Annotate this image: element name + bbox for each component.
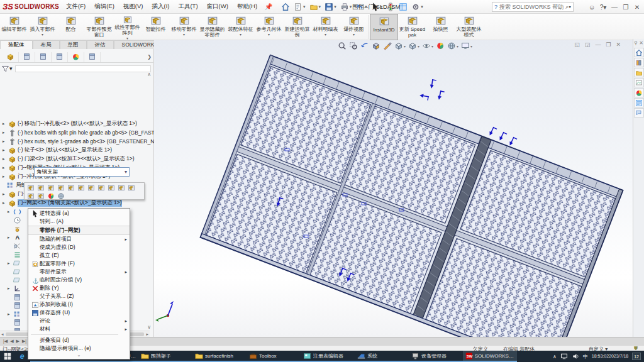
- tree-row-occluded-3[interactable]: ▸A: [0, 233, 21, 242]
- menu-edit[interactable]: 编辑(E): [90, 0, 119, 13]
- chevron-down-icon[interactable]: ▾: [126, 36, 128, 40]
- tray-clock[interactable]: 18:53:022023/7/18: [592, 354, 628, 359]
- tree-expand-arrow[interactable]: ▸: [3, 148, 8, 153]
- tree-scroll-down-hint[interactable]: ∨: [147, 324, 151, 330]
- tree-row-4[interactable]: ▸(-) 门梁<2> (默认<按加工><<默认>_显示状态 1>): [0, 155, 135, 163]
- ft-pattern-mini-button[interactable]: [116, 184, 126, 192]
- tree-row-occluded-7[interactable]: [0, 267, 21, 276]
- menu-view[interactable]: 视图(V): [119, 0, 148, 13]
- docwin-prev-doc-button[interactable]: ◱: [574, 41, 580, 48]
- tree-expand-arrow[interactable]: ▸: [3, 200, 8, 206]
- headsup-previous-view-button[interactable]: [360, 41, 369, 50]
- tray-chevron-up[interactable]: ∧: [553, 354, 557, 359]
- context-menu-item-13[interactable]: 评论▸: [28, 317, 130, 325]
- tree-row-occluded-5[interactable]: [0, 250, 21, 259]
- ribbon-large-assembly-button[interactable]: 大型装配体模式: [455, 14, 483, 40]
- ft-magnify-button[interactable]: [56, 184, 66, 192]
- chevron-down-icon[interactable]: ▾: [457, 44, 458, 48]
- titlebar-restore-button[interactable]: ❐: [620, 1, 631, 13]
- tree-row-occluded-8[interactable]: [0, 276, 21, 285]
- model-tabs-nav-arrow[interactable]: ▶: [16, 339, 19, 344]
- context-menu-item-9[interactable]: 删除 (Y): [28, 284, 130, 292]
- ribbon-bom-button[interactable]: 材料明细表▾: [311, 14, 340, 40]
- model-tabs-nav-arrow[interactable]: |◀: [3, 339, 8, 344]
- menu-help[interactable]: 帮助(H): [233, 0, 262, 13]
- headsup-view-settings-button[interactable]: ▾: [461, 41, 472, 50]
- ft-mate-pin-button[interactable]: [96, 184, 106, 192]
- tree-filter-input[interactable]: [15, 65, 151, 72]
- tree-expand-arrow[interactable]: ▸: [3, 130, 8, 135]
- tree-row-occluded-4[interactable]: [0, 241, 21, 250]
- chevron-down-icon[interactable]: ▾: [325, 32, 326, 36]
- tree-expand-arrow[interactable]: ▸: [3, 121, 8, 126]
- ft-zoom-mini-button[interactable]: [26, 192, 36, 200]
- tray-monitor-icon[interactable]: [560, 353, 568, 360]
- taskpane-file-explorer-button[interactable]: [634, 68, 644, 77]
- tree-filter-row[interactable]: ▾: [1, 64, 151, 73]
- titlebar-user-button[interactable]: ☺: [586, 1, 597, 13]
- ft-select-other-button[interactable]: [36, 184, 46, 192]
- fm-tab-cam[interactable]: [84, 52, 101, 62]
- open-dropdown[interactable]: ▾: [319, 4, 321, 9]
- menu-insert[interactable]: 插入(I): [147, 0, 174, 13]
- docwin-next-doc-button[interactable]: ◲: [585, 41, 591, 48]
- taskbar-app-folder-3[interactable]: 围挡架子: [138, 351, 192, 362]
- headsup-apply-scene-button[interactable]: ▾: [447, 41, 458, 50]
- ribbon-smart-fasteners-button[interactable]: 智能扣件: [142, 14, 170, 40]
- headsup-annotation-brush-button[interactable]: [383, 41, 392, 50]
- headsup-zoom-fit-button[interactable]: [338, 41, 347, 50]
- tray-ime-indicator[interactable]: 中: [583, 353, 588, 360]
- tree-row-occluded-13[interactable]: [0, 319, 21, 327]
- print-dropdown[interactable]: ▾: [350, 4, 352, 9]
- headsup-display-style-button[interactable]: ▾: [408, 41, 419, 50]
- tree-row-occluded-6[interactable]: ▸: [0, 259, 21, 268]
- context-menu-item-6[interactable]: 配置零部件 (F): [28, 260, 130, 268]
- qat-home-button[interactable]: [280, 2, 291, 12]
- chevron-down-icon[interactable]: ▾: [268, 32, 270, 36]
- qat-save-button[interactable]: ▾: [323, 2, 338, 12]
- titlebar-help-button[interactable]: ?▾: [597, 1, 609, 13]
- docwin-close-button[interactable]: ✕: [616, 41, 621, 48]
- ribbon-instant3d-button[interactable]: Instant3D: [370, 14, 398, 40]
- qat-open-button[interactable]: ▾: [308, 2, 323, 12]
- ft-hide-button[interactable]: [76, 184, 86, 192]
- taskbar-app-registry-6[interactable]: 注册表编辑器: [301, 351, 355, 362]
- tree-expand-arrow[interactable]: ▸: [8, 286, 13, 291]
- titlebar-minimize-button[interactable]: —: [609, 1, 620, 13]
- context-menu-item-7[interactable]: 零部件显示▸: [28, 268, 130, 276]
- tree-row-occluded-9[interactable]: ▸: [0, 284, 21, 293]
- taskbar-app-folder-4[interactable]: surfacefinish: [192, 351, 247, 362]
- tree-row-occluded-11[interactable]: [0, 302, 21, 310]
- tree-expand-arrow[interactable]: ▸: [8, 235, 13, 240]
- taskpane-close-icon[interactable]: ✕: [639, 40, 643, 46]
- hscroll-right-arrow[interactable]: ▸: [146, 332, 148, 337]
- ft-appearance-button[interactable]: [106, 184, 116, 192]
- headsup-view-orientation-button[interactable]: ▾: [394, 41, 406, 50]
- tree-row-occluded-10[interactable]: [0, 293, 21, 302]
- fm-tab-dimxpertmanager[interactable]: [52, 52, 68, 62]
- tab-评估[interactable]: 评估: [87, 40, 114, 49]
- ribbon-mate-button[interactable]: 配合: [57, 14, 85, 40]
- tray-speaker-icon[interactable]: [572, 353, 579, 360]
- ribbon-linear-pattern-button[interactable]: 线性零部件阵列▾: [113, 14, 142, 40]
- tree-row-occluded-0[interactable]: ▸: [0, 207, 21, 216]
- context-menu-item-4[interactable]: 使成为虚拟 (D): [28, 243, 130, 251]
- taskpane-appearances-button[interactable]: [634, 88, 644, 97]
- chevron-down-icon[interactable]: ▾: [183, 32, 185, 36]
- ribbon-reference-geometry-button[interactable]: 参考几何体▾: [255, 14, 283, 40]
- ribbon-assembly-features-button[interactable]: 装配体特征▾: [226, 14, 255, 40]
- tree-expand-arrow[interactable]: ▸: [8, 209, 13, 214]
- tree-expand-arrow[interactable]: ▸: [8, 261, 13, 266]
- perforated-door-assembly[interactable]: [201, 55, 623, 337]
- save-dropdown[interactable]: ▾: [334, 4, 336, 9]
- headsup-edit-appearance-button[interactable]: [436, 41, 445, 50]
- ribbon-insert-component-button[interactable]: 插入零部件▾: [28, 14, 57, 40]
- ribbon-exploded-view-button[interactable]: 爆炸视图▾: [340, 14, 368, 40]
- filter-funnel-icon[interactable]: [1, 65, 9, 73]
- ribbon-preview-window-button[interactable]: 零部件预览窗口: [85, 14, 113, 40]
- headsup-section-view-button[interactable]: [372, 41, 380, 50]
- taskbar-app-devices-8[interactable]: 设备管理器: [409, 351, 463, 362]
- chevron-down-icon[interactable]: ▾: [125, 169, 127, 175]
- fm-tabs-expand-chevron[interactable]: ❯: [147, 54, 152, 60]
- headsup-zoom-area-button[interactable]: [349, 41, 358, 50]
